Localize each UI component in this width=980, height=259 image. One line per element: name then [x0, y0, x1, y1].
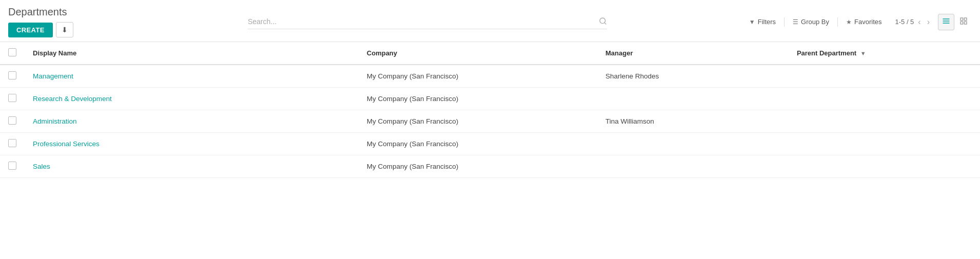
- svg-line-1: [604, 23, 606, 24]
- toolbar-left: CREATE ⬇: [8, 22, 111, 37]
- row-checkbox-cell[interactable]: [0, 155, 25, 178]
- chevron-left-icon: ‹: [918, 17, 920, 26]
- list-icon: [942, 18, 950, 27]
- table-container: Display Name Company Manager Parent Depa…: [0, 42, 980, 178]
- select-all-header[interactable]: [0, 42, 25, 65]
- row-name[interactable]: Sales: [25, 155, 359, 178]
- table-row[interactable]: Sales My Company (San Francisco): [0, 155, 980, 178]
- row-company: My Company (San Francisco): [359, 133, 597, 155]
- divider-1: [784, 17, 785, 27]
- next-page-button[interactable]: ›: [925, 16, 932, 28]
- download-icon: ⬇: [62, 26, 68, 34]
- row-checkbox-cell[interactable]: [0, 88, 25, 110]
- row-company: My Company (San Francisco): [359, 88, 597, 110]
- row-manager: [597, 133, 789, 155]
- view-toggles: [938, 14, 972, 30]
- col-header-name: Display Name: [25, 42, 359, 65]
- svg-rect-5: [961, 18, 963, 21]
- departments-table: Display Name Company Manager Parent Depa…: [0, 42, 980, 178]
- download-button[interactable]: ⬇: [56, 22, 73, 37]
- row-manager: Sharlene Rhodes: [597, 65, 789, 88]
- page-title: Departments: [8, 6, 111, 18]
- search-input[interactable]: [248, 14, 607, 29]
- search-icon: [599, 17, 607, 27]
- col-manager-label: Manager: [605, 49, 633, 57]
- row-parent: [789, 65, 980, 88]
- favorites-button[interactable]: ★ Favorites: [841, 15, 887, 29]
- col-company-label: Company: [367, 49, 397, 57]
- table-row[interactable]: Administration My Company (San Francisco…: [0, 110, 980, 133]
- svg-rect-7: [961, 22, 963, 24]
- row-manager: [597, 88, 789, 110]
- col-header-manager: Manager: [597, 42, 789, 65]
- groupby-button[interactable]: ☰ Group By: [788, 15, 834, 29]
- row-checkbox-cell[interactable]: [0, 110, 25, 133]
- row-parent: [789, 155, 980, 178]
- row-checkbox[interactable]: [8, 162, 16, 170]
- col-parent-label: Parent Department: [797, 49, 856, 57]
- row-company: My Company (San Francisco): [359, 155, 597, 178]
- search-container: [248, 14, 607, 29]
- divider-2: [837, 17, 838, 27]
- row-name[interactable]: Management: [25, 65, 359, 88]
- prev-page-button[interactable]: ‹: [916, 16, 923, 28]
- groupby-label: Group By: [801, 18, 829, 26]
- chevron-right-icon: ›: [927, 17, 930, 26]
- row-manager: [597, 155, 789, 178]
- table-header-row: Display Name Company Manager Parent Depa…: [0, 42, 980, 65]
- table-body: Management My Company (San Francisco) Sh…: [0, 65, 980, 178]
- header: Departments CREATE ⬇ ▼: [0, 0, 980, 42]
- col-header-parent[interactable]: Parent Department ▼: [789, 42, 980, 65]
- row-checkbox[interactable]: [8, 139, 16, 147]
- row-name[interactable]: Professional Services: [25, 133, 359, 155]
- groupby-icon: ☰: [793, 18, 798, 26]
- svg-rect-6: [964, 18, 967, 21]
- row-name[interactable]: Administration: [25, 110, 359, 133]
- favorites-label: Favorites: [854, 18, 881, 26]
- filters-label: Filters: [758, 18, 776, 26]
- filter-icon: ▼: [749, 18, 755, 26]
- filters-button[interactable]: ▼ Filters: [744, 15, 781, 29]
- star-icon: ★: [846, 18, 852, 26]
- row-checkbox-cell[interactable]: [0, 65, 25, 88]
- row-checkbox[interactable]: [8, 116, 16, 125]
- row-checkbox[interactable]: [8, 71, 16, 79]
- row-checkbox[interactable]: [8, 94, 16, 102]
- row-company: My Company (San Francisco): [359, 65, 597, 88]
- row-manager: Tina Williamson: [597, 110, 789, 133]
- row-name[interactable]: Research & Development: [25, 88, 359, 110]
- sort-arrow-icon: ▼: [860, 50, 866, 56]
- row-parent: [789, 133, 980, 155]
- page-wrapper: Departments CREATE ⬇ ▼: [0, 0, 980, 259]
- svg-rect-8: [964, 22, 967, 24]
- row-checkbox-cell[interactable]: [0, 133, 25, 155]
- pagination: 1-5 / 5 ‹ ›: [895, 16, 932, 28]
- row-parent: [789, 88, 980, 110]
- header-center: [111, 14, 744, 29]
- header-left: Departments CREATE ⬇: [8, 6, 111, 37]
- pagination-text: 1-5 / 5: [895, 18, 914, 26]
- table-row[interactable]: Professional Services My Company (San Fr…: [0, 133, 980, 155]
- row-parent: [789, 110, 980, 133]
- table-row[interactable]: Research & Development My Company (San F…: [0, 88, 980, 110]
- table-row[interactable]: Management My Company (San Francisco) Sh…: [0, 65, 980, 88]
- col-header-company: Company: [359, 42, 597, 65]
- list-view-button[interactable]: [938, 14, 954, 30]
- create-button[interactable]: CREATE: [8, 23, 53, 37]
- kanban-icon: [959, 18, 968, 27]
- row-company: My Company (San Francisco): [359, 110, 597, 133]
- col-name-label: Display Name: [33, 49, 76, 57]
- header-right: ▼ Filters ☰ Group By ★ Favorites 1-5 / 5…: [744, 14, 972, 30]
- kanban-view-button[interactable]: [955, 14, 972, 30]
- select-all-checkbox[interactable]: [8, 48, 16, 56]
